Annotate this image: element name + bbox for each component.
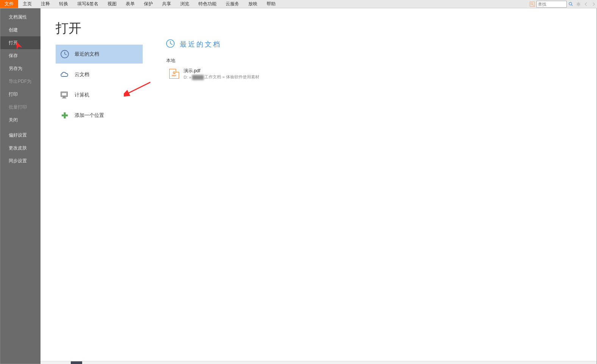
svg-point-5 bbox=[578, 3, 579, 5]
svg-rect-19 bbox=[62, 93, 67, 96]
svg-line-17 bbox=[65, 54, 67, 55]
menu-tab-play[interactable]: 放映 bbox=[244, 0, 262, 8]
highlight-search-icon[interactable] bbox=[529, 1, 536, 8]
content-title: 最近的文档 bbox=[180, 40, 221, 49]
status-bar bbox=[41, 361, 597, 364]
menu-tab-file[interactable]: 文件 bbox=[0, 0, 18, 8]
menu-tab-home[interactable]: 主页 bbox=[18, 0, 36, 8]
option-label: 添加一个位置 bbox=[75, 112, 104, 119]
menu-tab-form[interactable]: 表单 bbox=[121, 0, 139, 8]
menu-tab-features[interactable]: 特色功能 bbox=[194, 0, 221, 8]
file-path: D: » ████ 工作文档 » 体验软件使用素材 bbox=[184, 74, 259, 80]
content-header: 最近的文档 bbox=[165, 39, 597, 50]
svg-line-13 bbox=[579, 3, 580, 3]
sidebar-item-batch-print[interactable]: 批量打印 bbox=[0, 101, 41, 114]
menu-right-tools bbox=[529, 0, 597, 8]
content-area: 最近的文档 本地 G PDF 演示.pdf D: » ████ 工作文档 » 体… bbox=[150, 8, 597, 364]
sidebar-item-export-pdf[interactable]: 导出PDF为 bbox=[0, 75, 41, 88]
gear-icon[interactable] bbox=[575, 1, 582, 8]
file-name: 演示.pdf bbox=[184, 68, 259, 74]
open-locations-panel: 打开 最近的文档 云文档 计算机 添加一个位 bbox=[41, 8, 150, 364]
sidebar-item-create[interactable]: 创建 bbox=[0, 23, 41, 36]
nav-back-icon[interactable] bbox=[583, 1, 589, 8]
menu-tab-view[interactable]: 视图 bbox=[103, 0, 121, 8]
option-label: 最近的文档 bbox=[75, 51, 99, 58]
svg-line-2 bbox=[533, 5, 534, 6]
recent-file-item[interactable]: G PDF 演示.pdf D: » ████ 工作文档 » 体验软件使用素材 bbox=[168, 67, 597, 81]
sidebar-item-open[interactable]: 打开 bbox=[0, 36, 41, 49]
svg-point-3 bbox=[569, 2, 572, 5]
menu-tab-share[interactable]: 共享 bbox=[157, 0, 176, 8]
sidebar-item-properties[interactable]: 文档属性 bbox=[0, 11, 41, 23]
menu-tab-help[interactable]: 帮助 bbox=[262, 0, 280, 8]
file-text: 演示.pdf D: » ████ 工作文档 » 体验软件使用素材 bbox=[184, 68, 259, 80]
search-icon[interactable] bbox=[567, 1, 574, 8]
svg-line-28 bbox=[170, 44, 173, 45]
option-recent-documents[interactable]: 最近的文档 bbox=[56, 45, 143, 64]
sidebar-item-close[interactable]: 关闭 bbox=[0, 114, 41, 126]
cloud-icon bbox=[59, 69, 70, 80]
nav-forward-icon[interactable] bbox=[590, 1, 597, 8]
main-area: 文档属性 创建 打开 保存 另存为 导出PDF为 打印 批量打印 关闭 偏好设置… bbox=[0, 8, 597, 364]
option-cloud-documents[interactable]: 云文档 bbox=[56, 65, 143, 84]
sidebar-item-preferences[interactable]: 偏好设置 bbox=[0, 129, 41, 142]
svg-line-10 bbox=[577, 3, 577, 3]
menu-tab-convert[interactable]: 转换 bbox=[55, 0, 73, 8]
menu-tab-annotate[interactable]: 注释 bbox=[36, 0, 55, 8]
menu-tab-fill-sign[interactable]: 填写&签名 bbox=[73, 0, 103, 8]
clock-icon bbox=[59, 49, 70, 59]
sidebar-item-skin[interactable]: 更改皮肤 bbox=[0, 142, 41, 154]
option-computer[interactable]: 计算机 bbox=[56, 86, 143, 104]
panel-title: 打开 bbox=[56, 20, 143, 37]
sidebar-item-sync[interactable]: 同步设置 bbox=[0, 154, 41, 167]
computer-icon bbox=[59, 90, 70, 100]
menu-bar: 文件 主页 注释 转换 填写&签名 视图 表单 保护 共享 浏览 特色功能 云服… bbox=[0, 0, 597, 8]
svg-rect-20 bbox=[63, 97, 65, 98]
search-input[interactable] bbox=[536, 1, 567, 8]
plus-icon bbox=[59, 110, 70, 121]
sidebar-item-print[interactable]: 打印 bbox=[0, 88, 41, 101]
menu-tab-cloud[interactable]: 云服务 bbox=[221, 0, 244, 8]
option-label: 计算机 bbox=[75, 92, 89, 98]
file-sidebar: 文档属性 创建 打开 保存 另存为 导出PDF为 打印 批量打印 关闭 偏好设置… bbox=[0, 8, 41, 364]
clock-icon bbox=[165, 39, 175, 50]
option-add-location[interactable]: 添加一个位置 bbox=[56, 106, 143, 125]
sidebar-item-save-as[interactable]: 另存为 bbox=[0, 62, 41, 75]
section-local-label: 本地 bbox=[166, 58, 597, 64]
svg-line-4 bbox=[571, 5, 572, 6]
svg-line-11 bbox=[579, 5, 580, 5]
sidebar-item-save[interactable]: 保存 bbox=[0, 49, 41, 62]
menu-tab-browse[interactable]: 浏览 bbox=[176, 0, 194, 8]
menu-tab-protect[interactable]: 保护 bbox=[139, 0, 157, 8]
option-label: 云文档 bbox=[75, 71, 89, 78]
svg-line-12 bbox=[577, 5, 577, 5]
pdf-file-icon: G PDF bbox=[169, 69, 179, 79]
